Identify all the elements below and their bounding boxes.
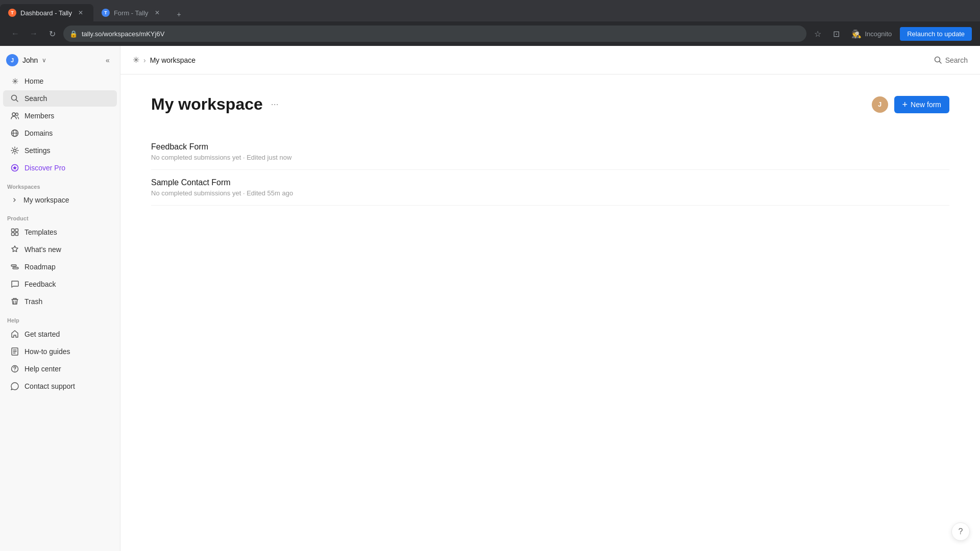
sidebar-item-label: Search — [24, 94, 47, 103]
lock-icon: 🔒 — [69, 30, 78, 38]
svg-line-22 — [939, 61, 941, 63]
bookmark-button[interactable]: ☆ — [811, 27, 825, 41]
help-section-label: Help — [0, 310, 120, 325]
members-icon — [10, 111, 19, 120]
sidebar-item-label: Members — [24, 112, 54, 120]
new-tab-button[interactable]: + — [172, 7, 186, 21]
sidebar-item-my-workspace[interactable]: My workspace — [3, 192, 117, 208]
sidebar-item-roadmap[interactable]: Roadmap — [3, 259, 117, 275]
svg-line-1 — [16, 100, 18, 102]
sidebar-item-discover-pro[interactable]: Discover Pro — [3, 160, 117, 176]
new-form-label: New form — [911, 101, 941, 109]
tab-title-form: Form - Tally — [114, 9, 149, 17]
product-section-label: Product — [0, 208, 120, 223]
breadcrumb-separator: › — [143, 56, 146, 64]
tab-favicon-dashboard: T — [8, 9, 16, 17]
sidebar-header: J John ∨ « — [0, 50, 120, 70]
tab-dashboard[interactable]: T Dashboard - Tally ✕ — [0, 4, 93, 21]
sidebar-item-help-center[interactable]: Help center — [3, 361, 117, 377]
sidebar-item-get-started[interactable]: Get started — [3, 326, 117, 342]
sidebar-item-label: Help center — [24, 365, 61, 373]
workspace-chevron-icon — [10, 195, 19, 205]
sidebar-item-members[interactable]: Members — [3, 108, 117, 124]
form-item-contact[interactable]: Sample Contact Form No completed submiss… — [151, 170, 949, 206]
sidebar-item-label: Trash — [24, 297, 42, 306]
workspace-label: My workspace — [23, 196, 69, 204]
sidebar: J John ∨ « ✳ Home Search Members — [0, 46, 120, 551]
svg-point-2 — [12, 113, 15, 116]
sidebar-item-settings[interactable]: Settings — [3, 142, 117, 159]
avatar: J — [6, 54, 18, 66]
back-button[interactable]: ← — [8, 27, 22, 41]
sidebar-item-trash[interactable]: Trash — [3, 293, 117, 310]
address-bar[interactable]: 🔒 tally.so/workspaces/mKYj6V — [63, 26, 806, 42]
new-form-button[interactable]: + New form — [894, 96, 949, 113]
sidebar-item-domains[interactable]: Domains — [3, 125, 117, 141]
url-text: tally.so/workspaces/mKYj6V — [82, 30, 800, 38]
sidebar-item-templates[interactable]: Templates — [3, 224, 117, 240]
tab-close-dashboard[interactable]: ✕ — [76, 8, 85, 17]
form-title: Sample Contact Form — [151, 178, 949, 187]
settings-icon — [10, 146, 19, 155]
svg-point-3 — [16, 113, 18, 116]
form-meta: No completed submissions yet · Edited ju… — [151, 154, 949, 161]
sidebar-item-home[interactable]: ✳ Home — [3, 73, 117, 89]
trash-icon — [10, 297, 19, 306]
domains-icon — [10, 129, 19, 138]
forward-button[interactable]: → — [27, 27, 41, 41]
sidebar-item-label: Settings — [24, 146, 51, 155]
sidebar-item-label: How-to guides — [24, 347, 70, 356]
sidebar-item-search[interactable]: Search — [3, 90, 117, 107]
breadcrumb: ✳ › My workspace — [133, 55, 195, 65]
sidebar-item-feedback[interactable]: Feedback — [3, 276, 117, 292]
whats-new-icon — [10, 245, 19, 254]
svg-rect-13 — [11, 265, 16, 266]
templates-icon — [10, 228, 19, 237]
tab-favicon-form: T — [102, 9, 110, 17]
topbar: ✳ › My workspace Search — [120, 46, 980, 74]
nav-bar: ← → ↻ 🔒 tally.so/workspaces/mKYj6V ☆ ⊡ 🕵… — [0, 21, 980, 46]
workspace-title-row: My workspace ··· J + New form — [151, 95, 949, 114]
search-icon — [10, 94, 19, 103]
tab-form[interactable]: T Form - Tally ✕ — [93, 4, 170, 21]
chevron-down-icon: ∨ — [42, 57, 46, 64]
sidebar-item-label: Get started — [24, 330, 60, 338]
sidebar-item-contact-support[interactable]: Contact support — [3, 378, 117, 394]
svg-point-7 — [14, 149, 16, 152]
svg-point-20 — [14, 370, 15, 371]
tally-logo-icon: ✳ — [133, 55, 139, 65]
relaunch-button[interactable]: Relaunch to update — [900, 27, 972, 41]
user-name: John — [22, 56, 38, 64]
how-to-guides-icon — [10, 347, 19, 356]
svg-rect-12 — [15, 233, 18, 236]
feedback-icon — [10, 280, 19, 289]
sidebar-item-label: Feedback — [24, 280, 56, 288]
user-menu[interactable]: J John ∨ — [6, 54, 46, 66]
workspace-menu-button[interactable]: ··· — [269, 97, 281, 112]
roadmap-icon — [10, 262, 19, 271]
search-button[interactable]: Search — [934, 56, 968, 64]
sidebar-item-label: Contact support — [24, 382, 75, 390]
workspace-title-left: My workspace ··· — [151, 95, 281, 114]
workspaces-section-label: Workspaces — [0, 177, 120, 192]
sidebar-item-how-to-guides[interactable]: How-to guides — [3, 343, 117, 360]
nav-actions: ☆ ⊡ 🕵 Incognito Relaunch to update — [811, 27, 972, 41]
sidebar-collapse-button[interactable]: « — [102, 54, 114, 66]
workspace-title-right: J + New form — [872, 96, 949, 113]
tab-bar: T Dashboard - Tally ✕ T Form - Tally ✕ + — [0, 0, 980, 21]
forms-list: Feedback Form No completed submissions y… — [151, 134, 949, 206]
form-meta: No completed submissions yet · Edited 55… — [151, 189, 949, 197]
sidebar-item-label: Domains — [24, 129, 53, 137]
tab-close-form[interactable]: ✕ — [153, 8, 162, 17]
help-button[interactable]: ? — [951, 522, 970, 541]
incognito-indicator: 🕵 Incognito — [847, 27, 896, 41]
svg-rect-10 — [15, 229, 18, 232]
content-area: My workspace ··· J + New form Feedback F… — [120, 74, 980, 551]
sidebar-item-label: Home — [24, 77, 43, 85]
reload-button[interactable]: ↻ — [45, 27, 59, 41]
form-item-feedback[interactable]: Feedback Form No completed submissions y… — [151, 134, 949, 170]
extensions-button[interactable]: ⊡ — [829, 27, 843, 41]
form-title: Feedback Form — [151, 142, 949, 152]
sidebar-item-whats-new[interactable]: What's new — [3, 241, 117, 258]
svg-rect-9 — [12, 229, 15, 232]
